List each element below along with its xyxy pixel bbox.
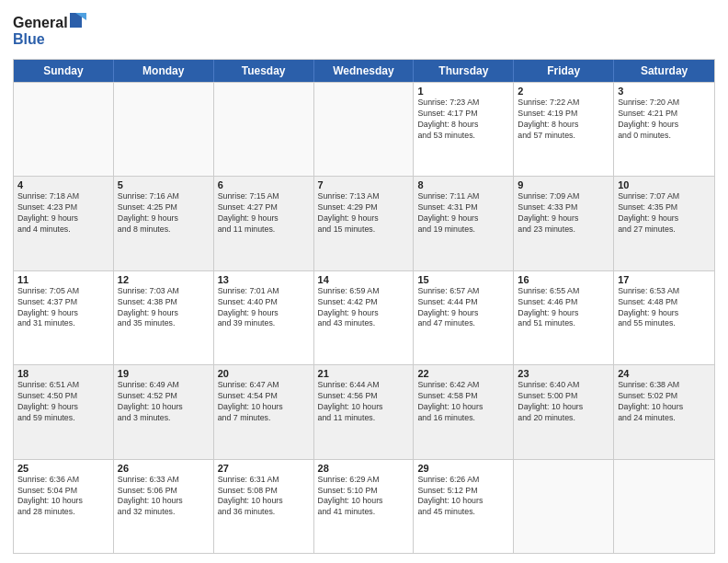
day-cell-8: 8Sunrise: 7:11 AMSunset: 4:31 PMDaylight… — [414, 177, 514, 270]
calendar-header: SundayMondayTuesdayWednesdayThursdayFrid… — [14, 60, 714, 82]
empty-cell — [314, 83, 415, 176]
day-info: Sunrise: 7:16 AMSunset: 4:25 PMDaylight:… — [118, 191, 210, 236]
day-info: Sunrise: 7:20 AMSunset: 4:21 PMDaylight:… — [618, 98, 711, 142]
day-info: Sunrise: 7:05 AMSunset: 4:37 PMDaylight:… — [17, 286, 109, 330]
header-day-wednesday: Wednesday — [314, 60, 415, 82]
day-cell-6: 6Sunrise: 7:15 AMSunset: 4:27 PMDaylight… — [214, 177, 314, 270]
day-cell-21: 21Sunrise: 6:44 AMSunset: 4:56 PMDayligh… — [314, 365, 415, 458]
day-cell-7: 7Sunrise: 7:13 AMSunset: 4:29 PMDaylight… — [314, 177, 415, 270]
day-info: Sunrise: 7:07 AMSunset: 4:35 PMDaylight:… — [618, 191, 711, 236]
header-day-tuesday: Tuesday — [214, 60, 314, 82]
day-number: 14 — [318, 274, 410, 285]
day-number: 16 — [518, 274, 609, 285]
day-cell-19: 19Sunrise: 6:49 AMSunset: 4:52 PMDayligh… — [114, 365, 214, 458]
header: General Blue — [13, 9, 715, 53]
header-day-saturday: Saturday — [614, 60, 714, 82]
day-cell-4: 4Sunrise: 7:18 AMSunset: 4:23 PMDaylight… — [14, 177, 114, 270]
calendar-row-2: 11Sunrise: 7:05 AMSunset: 4:37 PMDayligh… — [14, 270, 714, 364]
day-info: Sunrise: 7:22 AMSunset: 4:19 PMDaylight:… — [518, 98, 609, 142]
day-info: Sunrise: 7:09 AMSunset: 4:33 PMDaylight:… — [518, 191, 609, 236]
day-info: Sunrise: 6:44 AMSunset: 4:56 PMDaylight:… — [318, 380, 410, 424]
day-cell-3: 3Sunrise: 7:20 AMSunset: 4:21 PMDaylight… — [614, 83, 714, 176]
day-cell-14: 14Sunrise: 6:59 AMSunset: 4:42 PMDayligh… — [314, 271, 415, 364]
day-number: 3 — [618, 86, 711, 97]
day-info: Sunrise: 6:53 AMSunset: 4:48 PMDaylight:… — [618, 286, 711, 330]
day-cell-9: 9Sunrise: 7:09 AMSunset: 4:33 PMDaylight… — [514, 177, 614, 270]
day-info: Sunrise: 6:36 AMSunset: 5:04 PMDaylight:… — [17, 475, 109, 519]
day-cell-17: 17Sunrise: 6:53 AMSunset: 4:48 PMDayligh… — [614, 271, 714, 364]
day-info: Sunrise: 6:47 AMSunset: 4:54 PMDaylight:… — [218, 380, 310, 424]
day-number: 4 — [17, 179, 109, 190]
calendar-row-1: 4Sunrise: 7:18 AMSunset: 4:23 PMDaylight… — [14, 176, 714, 270]
day-number: 1 — [417, 86, 509, 97]
day-number: 27 — [218, 463, 310, 474]
day-number: 26 — [118, 463, 210, 474]
header-day-sunday: Sunday — [14, 60, 114, 82]
day-cell-20: 20Sunrise: 6:47 AMSunset: 4:54 PMDayligh… — [214, 365, 314, 458]
day-cell-15: 15Sunrise: 6:57 AMSunset: 4:44 PMDayligh… — [414, 271, 514, 364]
day-number: 19 — [118, 368, 210, 379]
empty-cell — [214, 83, 314, 176]
day-info: Sunrise: 6:33 AMSunset: 5:06 PMDaylight:… — [118, 475, 210, 519]
day-cell-12: 12Sunrise: 7:03 AMSunset: 4:38 PMDayligh… — [114, 271, 214, 364]
day-info: Sunrise: 7:01 AMSunset: 4:40 PMDaylight:… — [218, 286, 310, 330]
day-cell-13: 13Sunrise: 7:01 AMSunset: 4:40 PMDayligh… — [214, 271, 314, 364]
day-number: 21 — [318, 368, 410, 379]
day-number: 25 — [17, 463, 109, 474]
day-number: 9 — [518, 179, 609, 190]
calendar: SundayMondayTuesdayWednesdayThursdayFrid… — [13, 59, 715, 554]
header-day-monday: Monday — [114, 60, 214, 82]
day-number: 20 — [218, 368, 310, 379]
day-info: Sunrise: 6:40 AMSunset: 5:00 PMDaylight:… — [518, 380, 609, 424]
day-cell-25: 25Sunrise: 6:36 AMSunset: 5:04 PMDayligh… — [14, 460, 114, 553]
day-info: Sunrise: 6:38 AMSunset: 5:02 PMDaylight:… — [618, 380, 711, 424]
day-cell-16: 16Sunrise: 6:55 AMSunset: 4:46 PMDayligh… — [514, 271, 614, 364]
header-day-thursday: Thursday — [414, 60, 514, 82]
svg-text:General: General — [13, 15, 68, 30]
day-number: 7 — [318, 179, 410, 190]
day-number: 23 — [518, 368, 609, 379]
day-cell-2: 2Sunrise: 7:22 AMSunset: 4:19 PMDaylight… — [514, 83, 614, 176]
svg-text:Blue: Blue — [13, 31, 45, 47]
day-cell-11: 11Sunrise: 7:05 AMSunset: 4:37 PMDayligh… — [14, 271, 114, 364]
day-info: Sunrise: 7:23 AMSunset: 4:17 PMDaylight:… — [417, 98, 509, 142]
logo-area: General Blue — [13, 9, 86, 53]
day-number: 29 — [417, 463, 509, 474]
header-day-friday: Friday — [514, 60, 614, 82]
day-info: Sunrise: 6:29 AMSunset: 5:10 PMDaylight:… — [318, 475, 410, 519]
day-info: Sunrise: 7:18 AMSunset: 4:23 PMDaylight:… — [17, 191, 109, 236]
empty-cell — [114, 83, 214, 176]
day-cell-22: 22Sunrise: 6:42 AMSunset: 4:58 PMDayligh… — [414, 365, 514, 458]
day-number: 12 — [118, 274, 210, 285]
day-cell-28: 28Sunrise: 6:29 AMSunset: 5:10 PMDayligh… — [314, 460, 415, 553]
day-number: 28 — [318, 463, 410, 474]
day-number: 2 — [518, 86, 609, 97]
calendar-row-0: 1Sunrise: 7:23 AMSunset: 4:17 PMDaylight… — [14, 82, 714, 176]
day-info: Sunrise: 7:15 AMSunset: 4:27 PMDaylight:… — [218, 191, 310, 236]
page: General Blue SundayMondayTuesdayWednesda… — [0, 0, 728, 563]
day-number: 17 — [618, 274, 711, 285]
day-info: Sunrise: 6:51 AMSunset: 4:50 PMDaylight:… — [17, 380, 109, 424]
day-number: 15 — [417, 274, 509, 285]
day-number: 6 — [218, 179, 310, 190]
empty-cell — [14, 83, 114, 176]
day-cell-1: 1Sunrise: 7:23 AMSunset: 4:17 PMDaylight… — [414, 83, 514, 176]
day-cell-18: 18Sunrise: 6:51 AMSunset: 4:50 PMDayligh… — [14, 365, 114, 458]
logo: General Blue — [13, 9, 86, 53]
day-info: Sunrise: 7:03 AMSunset: 4:38 PMDaylight:… — [118, 286, 210, 330]
day-number: 24 — [618, 368, 711, 379]
empty-cell — [514, 460, 614, 553]
empty-cell — [614, 460, 714, 553]
day-number: 5 — [118, 179, 210, 190]
calendar-body: 1Sunrise: 7:23 AMSunset: 4:17 PMDaylight… — [14, 82, 714, 553]
day-cell-27: 27Sunrise: 6:31 AMSunset: 5:08 PMDayligh… — [214, 460, 314, 553]
day-number: 8 — [417, 179, 509, 190]
day-cell-24: 24Sunrise: 6:38 AMSunset: 5:02 PMDayligh… — [614, 365, 714, 458]
day-info: Sunrise: 6:57 AMSunset: 4:44 PMDaylight:… — [417, 286, 509, 330]
day-cell-5: 5Sunrise: 7:16 AMSunset: 4:25 PMDaylight… — [114, 177, 214, 270]
day-number: 13 — [218, 274, 310, 285]
day-info: Sunrise: 6:49 AMSunset: 4:52 PMDaylight:… — [118, 380, 210, 424]
day-cell-29: 29Sunrise: 6:26 AMSunset: 5:12 PMDayligh… — [414, 460, 514, 553]
day-number: 11 — [17, 274, 109, 285]
day-info: Sunrise: 6:31 AMSunset: 5:08 PMDaylight:… — [218, 475, 310, 519]
